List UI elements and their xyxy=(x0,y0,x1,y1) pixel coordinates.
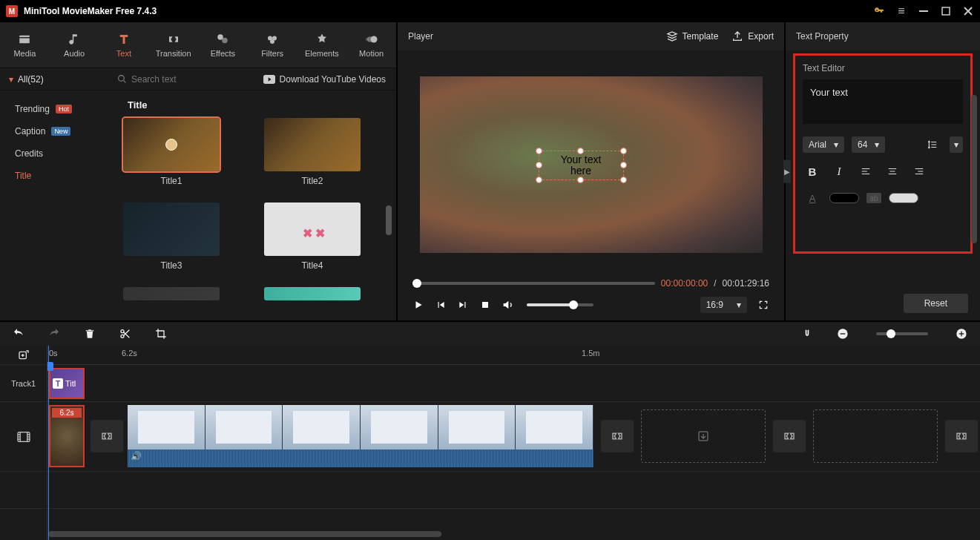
track-label-extra[interactable] xyxy=(0,472,47,509)
track-label-video[interactable] xyxy=(0,402,47,472)
align-right-button[interactable] xyxy=(910,163,929,180)
volume-handle[interactable] xyxy=(569,300,578,309)
panel-collapse-button[interactable]: ▶ xyxy=(783,160,791,183)
timeline: Track1 0s 6.2s 1.5m TTitl 6.2s xyxy=(0,346,980,540)
tab-filters[interactable]: Filters xyxy=(248,22,297,68)
delete-button[interactable] xyxy=(83,327,96,340)
volume-slider[interactable] xyxy=(527,303,593,306)
maximize-button[interactable] xyxy=(940,5,952,17)
thumb-title5[interactable] xyxy=(123,287,220,300)
stop-button[interactable] xyxy=(479,299,491,311)
transition-slot[interactable] xyxy=(91,420,123,452)
tab-media[interactable]: Media xyxy=(0,22,50,68)
redo-button[interactable] xyxy=(47,327,61,340)
thumb-title3[interactable]: Title3 xyxy=(123,202,220,271)
volume-icon[interactable] xyxy=(501,299,513,311)
highlight-button[interactable]: ab xyxy=(866,193,881,203)
seek-bar[interactable] xyxy=(412,282,655,285)
upgrade-key-icon[interactable] xyxy=(873,5,885,17)
track-label-1[interactable]: Track1 xyxy=(0,365,47,402)
align-left-button[interactable] xyxy=(856,163,875,180)
category-list: Trending Hot Caption New Credits Title xyxy=(0,90,111,320)
thumb-title4[interactable]: ✖ ✖ Title4 xyxy=(264,202,361,271)
cat-caption[interactable]: Caption New xyxy=(0,120,111,142)
resize-handle[interactable] xyxy=(536,148,542,154)
timeline-hscrollbar[interactable] xyxy=(47,531,980,537)
resize-handle[interactable] xyxy=(536,177,542,183)
tab-audio[interactable]: Audio xyxy=(50,22,99,68)
seek-handle[interactable] xyxy=(412,279,421,288)
resize-handle[interactable] xyxy=(536,162,542,168)
drop-slot[interactable] xyxy=(641,409,766,463)
fullscreen-button[interactable] xyxy=(757,299,769,311)
main-video-clip[interactable]: 🔊 xyxy=(128,405,593,467)
cat-trending[interactable]: Trending Hot xyxy=(0,98,111,120)
time-ruler[interactable]: 0s 6.2s 1.5m xyxy=(47,346,980,365)
cat-title[interactable]: Title xyxy=(0,165,111,187)
text-selection-box[interactable]: Your texthere xyxy=(539,151,624,180)
bold-button[interactable]: B xyxy=(803,163,822,180)
resize-handle[interactable] xyxy=(577,177,584,183)
titlebar: M MiniTool MovieMaker Free 7.4.3 ≡ xyxy=(0,0,980,22)
split-button[interactable] xyxy=(119,327,132,340)
title-clip[interactable]: TTitl xyxy=(49,368,85,399)
transition-slot[interactable] xyxy=(945,420,978,452)
close-button[interactable] xyxy=(962,5,974,17)
export-button[interactable]: Export xyxy=(731,30,774,42)
play-button[interactable] xyxy=(412,299,424,311)
tab-motion[interactable]: Motion xyxy=(346,22,396,68)
extra-track[interactable] xyxy=(47,472,980,509)
download-youtube-link[interactable]: Download YouTube Videos xyxy=(253,74,396,85)
minimize-button[interactable] xyxy=(918,5,930,17)
zoom-in-button[interactable] xyxy=(955,327,968,340)
thumb-title6[interactable] xyxy=(264,287,361,300)
search-input[interactable] xyxy=(131,74,205,85)
category-all-dropdown[interactable]: ▾ All(52) xyxy=(0,74,111,85)
thumb-title2[interactable]: Title2 xyxy=(264,118,361,186)
italic-button[interactable]: I xyxy=(829,163,849,180)
tab-transition[interactable]: Transition xyxy=(148,22,198,68)
line-spacing-button[interactable] xyxy=(923,136,942,153)
text-input[interactable]: Your text xyxy=(803,79,963,124)
magnet-button[interactable] xyxy=(800,327,814,340)
highlight-color-swatch[interactable] xyxy=(889,193,918,203)
cat-credits[interactable]: Credits xyxy=(0,142,111,165)
crop-button[interactable] xyxy=(154,327,168,340)
video-clip-thumb[interactable]: 6.2s xyxy=(49,405,85,467)
template-button[interactable]: Template xyxy=(666,30,719,42)
zoom-slider[interactable] xyxy=(876,332,928,335)
text-track[interactable]: TTitl xyxy=(47,365,980,402)
menu-icon[interactable]: ≡ xyxy=(895,5,907,17)
resize-handle[interactable] xyxy=(620,177,627,183)
prev-frame-button[interactable] xyxy=(435,299,447,311)
tab-elements[interactable]: Elements xyxy=(297,22,347,68)
undo-button[interactable] xyxy=(12,327,25,340)
property-scrollbar[interactable] xyxy=(971,95,977,243)
resize-handle[interactable] xyxy=(620,148,627,154)
font-size-dropdown[interactable]: 64▾ xyxy=(852,136,885,153)
text-color-swatch[interactable] xyxy=(829,193,859,203)
reset-button[interactable]: Reset xyxy=(904,294,968,313)
preview-canvas[interactable]: Your texthere xyxy=(420,76,763,253)
grid-scrollbar[interactable] xyxy=(386,205,392,235)
playhead[interactable] xyxy=(48,346,49,540)
search-box[interactable] xyxy=(111,74,253,85)
zoom-out-button[interactable] xyxy=(836,327,849,340)
transition-slot[interactable] xyxy=(773,420,806,452)
text-color-button[interactable]: A xyxy=(803,190,822,206)
video-track[interactable]: 6.2s 🔊 xyxy=(47,402,980,472)
add-track-button[interactable] xyxy=(0,346,47,365)
next-frame-button[interactable] xyxy=(457,299,469,311)
tab-effects[interactable]: Effects xyxy=(198,22,248,68)
drop-slot[interactable] xyxy=(813,409,938,463)
transition-slot[interactable] xyxy=(601,420,634,452)
font-family-dropdown[interactable]: Arial▾ xyxy=(803,136,844,153)
resize-handle[interactable] xyxy=(577,148,584,154)
thumb-title1[interactable]: Title1 xyxy=(123,118,220,186)
resize-handle[interactable] xyxy=(620,162,627,168)
zoom-handle[interactable] xyxy=(887,329,895,338)
tab-text[interactable]: Text xyxy=(99,22,149,68)
aspect-ratio-dropdown[interactable]: 16:9 ▾ xyxy=(700,297,747,313)
align-center-button[interactable] xyxy=(883,163,902,180)
spacing-dropdown[interactable]: ▾ xyxy=(950,136,963,153)
